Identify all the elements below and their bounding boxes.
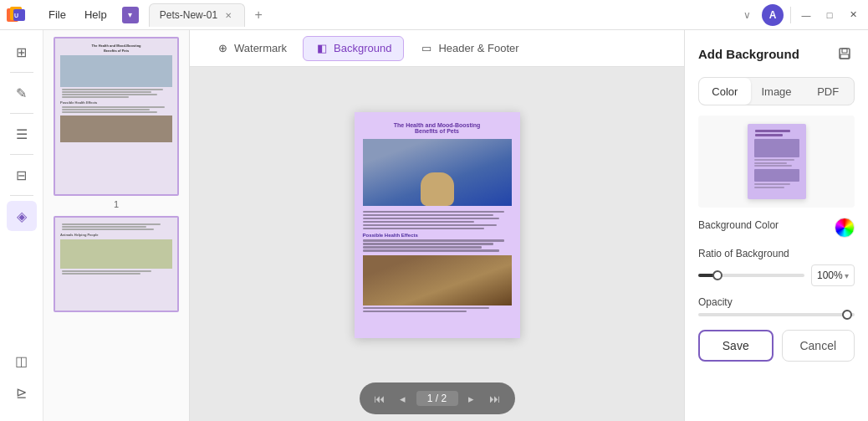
save-button[interactable]: Save xyxy=(698,330,774,362)
color-row: Background Color xyxy=(698,218,855,238)
text-line xyxy=(363,218,500,220)
toolbar: ⊕ Watermark ◧ Background ▭ Header & Foot… xyxy=(190,30,684,67)
panel-header: Add Background xyxy=(698,44,855,64)
tab-pdf[interactable]: PDF xyxy=(802,78,854,105)
page-title: The Health and Mood-BoostingBenefits of … xyxy=(363,122,512,134)
help-menu[interactable]: Help xyxy=(76,6,115,23)
preview-document xyxy=(748,124,806,199)
titlebar: U File Help ▾ Pets-New-01 ✕ + ∨ A — □ ✕ xyxy=(0,0,868,30)
sidebar-icon-organize[interactable]: ⊟ xyxy=(7,160,37,190)
tab-close-button[interactable]: ✕ xyxy=(222,9,234,21)
ratio-slider-row: 100% ▾ xyxy=(698,264,855,286)
document-page-wrapper: The Health and Mood-BoostingBenefits of … xyxy=(190,67,684,382)
tab-image[interactable]: Image xyxy=(751,78,803,105)
thumbnail-page-2[interactable]: Animals Helping People xyxy=(50,216,182,312)
text-line xyxy=(363,243,494,245)
opacity-slider-thumb[interactable] xyxy=(842,310,852,320)
prev-page-button[interactable]: ◂ xyxy=(393,388,413,408)
document-tab[interactable]: Pets-New-01 ✕ xyxy=(149,3,245,27)
ratio-slider-thumb[interactable] xyxy=(712,270,722,280)
opacity-label: Opacity xyxy=(698,296,855,308)
color-picker[interactable] xyxy=(835,218,855,238)
document-page: The Health and Mood-BoostingBenefits of … xyxy=(355,112,520,338)
sidebar-divider-3 xyxy=(10,154,33,155)
sidebar-icon-edit[interactable]: ✎ xyxy=(7,78,37,108)
ratio-value-box: 100% ▾ xyxy=(811,264,855,286)
thumbnail-panel: The Health and Mood-BoostingBenefits of … xyxy=(43,30,190,421)
page-image-2 xyxy=(363,255,512,305)
main-content: ⊞ ✎ ☰ ⊟ ◈ ◫ ⊵ The Health and Mood-Boosti… xyxy=(0,30,868,421)
sidebar-left: ⊞ ✎ ☰ ⊟ ◈ ◫ ⊵ xyxy=(0,30,43,421)
last-page-button[interactable]: ⏭ xyxy=(485,388,505,408)
sidebar-bottom: ◫ ⊵ xyxy=(7,346,37,414)
background-button[interactable]: ◧ Background xyxy=(303,36,404,61)
document-area: ⊕ Watermark ◧ Background ▭ Header & Foot… xyxy=(190,30,684,421)
page-image-1 xyxy=(363,139,512,206)
text-line xyxy=(363,311,467,313)
text-line xyxy=(363,307,489,310)
action-buttons: Save Cancel xyxy=(698,330,855,362)
ratio-dropdown-arrow[interactable]: ▾ xyxy=(845,271,849,280)
sidebar-divider-4 xyxy=(10,195,33,196)
sidebar-icon-layers[interactable]: ◫ xyxy=(7,346,37,376)
watermark-label: Watermark xyxy=(234,42,287,54)
close-button[interactable]: ✕ xyxy=(845,7,861,23)
thumbnail-image-2[interactable]: Animals Helping People xyxy=(54,216,179,312)
opacity-slider-row xyxy=(698,313,855,316)
header-footer-button[interactable]: ▭ Header & Footer xyxy=(407,36,531,61)
tab-color[interactable]: Color xyxy=(699,78,751,105)
first-page-button[interactable]: ⏮ xyxy=(370,388,390,408)
tab-group: Color Image PDF xyxy=(698,77,855,105)
header-footer-label: Header & Footer xyxy=(438,42,518,54)
new-tab-button[interactable]: + xyxy=(248,5,268,25)
sidebar-icon-bookmark[interactable]: ⊵ xyxy=(7,377,37,408)
text-line xyxy=(363,211,504,213)
tab-area: Pets-New-01 ✕ + xyxy=(149,3,735,27)
ratio-section: Ratio of Background 100% ▾ xyxy=(698,248,855,286)
bg-color-label: Background Color xyxy=(698,219,779,231)
opacity-section: Opacity xyxy=(698,296,855,316)
text-line xyxy=(363,224,497,227)
titlebar-right: ∨ A — □ ✕ xyxy=(738,4,861,26)
opacity-slider-track[interactable] xyxy=(698,313,855,316)
bg-color-section: Background Color xyxy=(698,218,855,238)
page-indicator: 1 / 2 xyxy=(416,391,458,406)
svg-text:U: U xyxy=(14,13,18,18)
app-logo: U xyxy=(7,7,33,23)
section-title: Possible Health Effects xyxy=(363,233,512,238)
tab-label: Pets-New-01 xyxy=(160,9,217,21)
thumbnail-label-1: 1 xyxy=(114,199,119,209)
text-line xyxy=(363,221,475,223)
text-line xyxy=(363,239,504,242)
ratio-slider-track[interactable] xyxy=(698,274,804,277)
next-page-button[interactable]: ▸ xyxy=(462,388,482,408)
dropdown-button[interactable]: ▾ xyxy=(122,7,139,23)
text-line xyxy=(363,214,494,217)
background-preview xyxy=(698,116,855,208)
background-icon: ◧ xyxy=(315,42,329,55)
ratio-value: 100% xyxy=(817,270,843,281)
navigation-bar: ⏮ ◂ 1 / 2 ▸ ⏭ xyxy=(360,382,515,414)
watermark-button[interactable]: ⊕ Watermark xyxy=(203,36,299,61)
user-avatar[interactable]: A xyxy=(762,4,784,26)
sidebar-divider-1 xyxy=(10,72,33,73)
thumbnail-image-1[interactable]: The Health and Mood-BoostingBenefits of … xyxy=(54,37,179,196)
cancel-button[interactable]: Cancel xyxy=(782,330,855,362)
sidebar-divider-2 xyxy=(10,113,33,114)
maximize-button[interactable]: □ xyxy=(821,7,838,23)
text-line xyxy=(363,249,500,252)
right-panel: Add Background Color Image PDF xyxy=(684,30,868,421)
thumbnail-page-1[interactable]: The Health and Mood-BoostingBenefits of … xyxy=(50,37,182,209)
header-footer-icon: ▭ xyxy=(420,42,433,55)
svg-rect-4 xyxy=(840,49,850,59)
text-line xyxy=(363,246,482,249)
ratio-label: Ratio of Background xyxy=(698,248,855,259)
minimize-button[interactable]: — xyxy=(798,7,814,23)
sidebar-icon-thumbnail[interactable]: ⊞ xyxy=(7,37,37,67)
expand-button[interactable]: ∨ xyxy=(738,7,755,23)
panel-save-icon[interactable] xyxy=(835,44,855,64)
text-line xyxy=(363,228,485,230)
file-menu[interactable]: File xyxy=(40,6,74,23)
sidebar-icon-form[interactable]: ☰ xyxy=(7,119,37,149)
sidebar-icon-tools[interactable]: ◈ xyxy=(7,201,37,231)
